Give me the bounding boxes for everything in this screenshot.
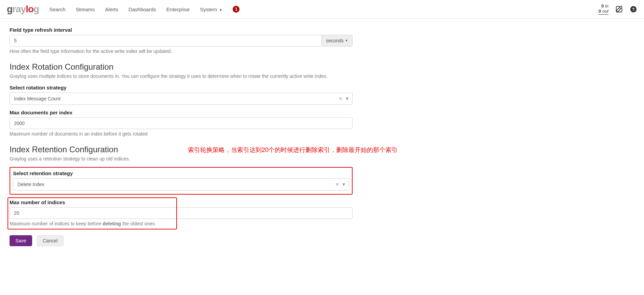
caret-down-icon: ▼ <box>345 39 348 42</box>
save-button[interactable]: Save <box>10 235 32 246</box>
field-refresh-help: How often the field type information for… <box>10 48 353 54</box>
help-icon[interactable]: ? <box>630 5 637 13</box>
nav-right: 0 in 0 out ? <box>599 4 637 15</box>
field-refresh-unit-dropdown[interactable]: seconds ▼ <box>322 35 353 46</box>
svg-rect-0 <box>616 6 622 12</box>
nav-streams[interactable]: Streams <box>76 6 95 12</box>
throughput-in-label: in <box>605 3 608 9</box>
field-refresh-label: Field type refresh interval <box>10 27 353 33</box>
edit-icon[interactable] <box>615 5 623 13</box>
max-docs-label: Max documents per index <box>10 110 353 115</box>
rotation-desc: Graylog uses multiple indices to store d… <box>10 73 353 80</box>
nav-enterprise[interactable]: Enterprise <box>166 6 190 12</box>
nav-system-dropdown[interactable]: System ▼ <box>200 6 222 12</box>
max-indices-help-bold: deleting <box>102 221 121 226</box>
rotation-select-label: Select rotation strategy <box>10 85 353 90</box>
retention-desc: Graylog uses a retention strategy to cle… <box>10 156 353 163</box>
retention-select-label: Select retention strategy <box>13 170 349 176</box>
nav-search[interactable]: Search <box>49 6 66 12</box>
max-docs-help: Maximum number of documents in an index … <box>10 131 353 137</box>
field-refresh-group: seconds ▼ <box>10 35 353 46</box>
caret-down-icon: ▼ <box>219 8 222 12</box>
rotation-strategy-select[interactable]: Index Message Count ✕ ▼ <box>10 93 353 105</box>
navbar: graylog Search Streams Alerts Dashboards… <box>0 0 644 19</box>
retention-strategy-select[interactable]: Delete Index ✕ ▼ <box>13 178 349 191</box>
nav-links: Search Streams Alerts Dashboards Enterpr… <box>49 6 239 13</box>
svg-text:?: ? <box>632 7 635 12</box>
content: Field type refresh interval seconds ▼ Ho… <box>0 19 362 260</box>
chevron-down-icon[interactable]: ▼ <box>341 182 346 187</box>
field-refresh-unit-label: seconds <box>326 38 344 43</box>
throughput-out-label: out <box>602 9 608 14</box>
nav-dashboards[interactable]: Dashboards <box>128 6 156 12</box>
logo[interactable]: graylog <box>7 4 39 15</box>
max-indices-input[interactable] <box>10 207 353 219</box>
nav-alerts[interactable]: Alerts <box>105 6 118 12</box>
cancel-button[interactable]: Cancel <box>37 235 64 246</box>
chevron-down-icon[interactable]: ▼ <box>345 96 350 101</box>
retention-select-highlight: Select retention strategy Delete Index ✕… <box>10 167 353 195</box>
max-indices-section: Max number of indices Maximum number of … <box>10 199 353 226</box>
clear-icon[interactable]: ✕ <box>335 182 339 187</box>
annotation-text: 索引轮换策略，当索引达到20个的时候进行删除索引，删除最开始的那个索引 <box>188 146 398 154</box>
max-indices-help-post: the oldest ones <box>121 221 155 226</box>
button-row: Save Cancel <box>10 235 353 246</box>
field-refresh-input[interactable] <box>10 35 322 46</box>
max-docs-input[interactable] <box>10 117 353 129</box>
max-indices-help-pre: Maximum number of indices to keep before <box>10 221 102 226</box>
max-indices-help: Maximum number of indices to keep before… <box>10 221 353 226</box>
rotation-strategy-value: Index Message Count <box>14 96 60 101</box>
clear-icon[interactable]: ✕ <box>339 96 343 101</box>
throughput-in-value: 0 <box>601 3 604 9</box>
nav-system-label: System <box>200 6 217 12</box>
rotation-heading: Index Rotation Configuration <box>10 62 353 72</box>
throughput-indicator: 0 in 0 out <box>599 4 608 15</box>
retention-strategy-value: Delete Index <box>17 182 44 187</box>
throughput-out-value: 0 <box>599 9 601 14</box>
max-indices-label: Max number of indices <box>10 199 353 205</box>
notification-badge[interactable]: 1 <box>233 6 239 13</box>
